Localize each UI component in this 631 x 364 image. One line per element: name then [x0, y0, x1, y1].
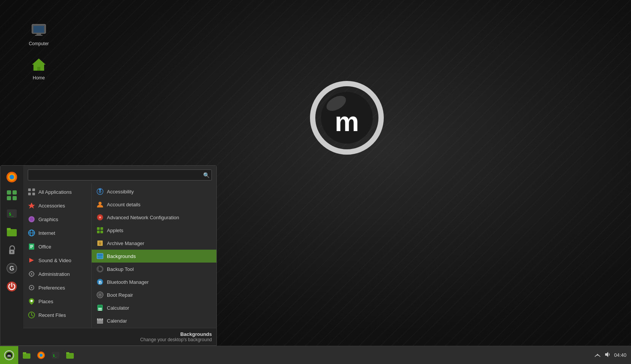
svg-marker-75 — [98, 267, 99, 269]
category-administration[interactable]: Administration — [23, 267, 91, 281]
network-icon[interactable] — [594, 351, 601, 359]
app-archive-manager[interactable]: Archive Manager — [92, 237, 216, 250]
taskbar-nemo-icon[interactable] — [63, 348, 77, 362]
svg-point-84 — [101, 308, 102, 309]
svg-marker-42 — [29, 258, 34, 263]
footer-title: Backgrounds — [28, 331, 212, 337]
app-applets-label: Applets — [107, 228, 123, 233]
svg-rect-97 — [23, 352, 26, 354]
app-backup-tool-label: Backup Tool — [107, 266, 134, 272]
desktop-icon-home[interactable]: Home — [24, 53, 54, 83]
category-office-label: Office — [38, 244, 51, 250]
menu-content: All Applications Accessories Grap — [23, 184, 216, 328]
category-accessories[interactable]: Accessories — [23, 199, 91, 212]
svg-point-50 — [31, 287, 32, 288]
svg-point-44 — [31, 273, 32, 275]
sidebar-g-icon[interactable]: G — [3, 260, 20, 277]
app-accessibility[interactable]: Accessibility — [92, 185, 216, 198]
taskbar-items: $_ — [18, 348, 590, 362]
app-backgrounds-label: Backgrounds — [107, 253, 136, 259]
taskbar-firefox-icon[interactable] — [34, 348, 48, 362]
menu-main: 🔍 All Application — [23, 166, 216, 345]
svg-point-82 — [99, 308, 100, 309]
sidebar-firefox-icon[interactable] — [3, 169, 20, 185]
app-calendar[interactable]: Calendar — [92, 314, 216, 327]
svg-text:$_: $_ — [9, 212, 14, 217]
category-sound-video-label: Sound & Video — [38, 258, 72, 263]
search-bar: 🔍 — [23, 166, 216, 184]
category-places-label: Places — [38, 299, 53, 304]
svg-point-59 — [99, 202, 102, 205]
volume-icon[interactable] — [604, 351, 611, 359]
svg-rect-5 — [37, 67, 40, 71]
taskbar-clock: 04:40 — [614, 352, 626, 358]
svg-rect-63 — [97, 227, 100, 230]
svg-text:m: m — [8, 354, 11, 358]
svg-rect-41 — [30, 247, 32, 248]
taskbar-right: 04:40 — [590, 351, 631, 359]
taskbar-mint-button[interactable]: m — [0, 346, 18, 364]
category-preferences[interactable]: Preferences — [23, 281, 91, 294]
svg-rect-71 — [97, 253, 103, 259]
svg-text:m: m — [335, 106, 359, 137]
category-graphics-label: Graphics — [38, 217, 58, 222]
svg-marker-32 — [28, 203, 35, 209]
menu-apps-list: Accessibility Account details — [92, 184, 216, 328]
svg-point-83 — [100, 308, 101, 309]
svg-rect-14 — [7, 190, 11, 195]
svg-rect-39 — [30, 245, 33, 246]
category-office[interactable]: Office — [23, 240, 91, 253]
svg-point-34 — [30, 217, 33, 221]
app-boot-repair[interactable]: Boot Repair — [92, 288, 216, 301]
desktop-icon-computer[interactable]: Computer — [24, 19, 54, 49]
category-all-label: All Applications — [38, 189, 72, 195]
category-places[interactable]: Places — [23, 294, 91, 308]
sidebar-lock-icon[interactable] — [3, 242, 20, 258]
taskbar-files-icon[interactable] — [20, 348, 33, 362]
category-internet-label: Internet — [38, 230, 55, 236]
category-sound-video[interactable]: Sound & Video — [23, 253, 91, 267]
home-icon-label: Home — [33, 75, 45, 81]
app-account-details-label: Account details — [107, 202, 140, 207]
svg-rect-2 — [37, 33, 41, 35]
mint-desktop-logo: m — [309, 76, 385, 161]
sidebar-files-icon[interactable] — [3, 223, 20, 240]
app-adv-network[interactable]: Advanced Network Configuration — [92, 211, 216, 224]
app-account-details[interactable]: Account details — [92, 198, 216, 211]
app-backup-tool[interactable]: Backup Tool — [92, 263, 216, 275]
taskbar-terminal-icon[interactable]: $_ — [49, 348, 62, 362]
svg-rect-31 — [32, 193, 35, 195]
category-graphics[interactable]: Graphics — [23, 212, 91, 226]
sidebar-terminal-icon[interactable]: $_ — [3, 205, 20, 222]
svg-rect-89 — [97, 318, 103, 320]
svg-rect-40 — [30, 246, 33, 247]
app-calendar-label: Calendar — [107, 318, 127, 324]
svg-text:B: B — [99, 279, 102, 285]
search-button[interactable]: 🔍 — [203, 172, 210, 178]
svg-rect-3 — [35, 35, 43, 36]
svg-rect-66 — [100, 231, 103, 233]
app-bluetooth-manager[interactable]: B Bluetooth Manager — [92, 275, 216, 288]
app-calculator[interactable]: Calculator — [92, 301, 216, 314]
search-input[interactable] — [28, 169, 212, 180]
sidebar-power-icon[interactable] — [3, 278, 20, 295]
app-accessibility-label: Accessibility — [107, 189, 134, 195]
category-preferences-label: Preferences — [38, 285, 65, 291]
svg-rect-105 — [66, 352, 69, 354]
app-applets[interactable]: Applets — [92, 224, 216, 237]
category-internet[interactable]: Internet — [23, 226, 91, 240]
svg-point-13 — [11, 176, 13, 178]
app-backgrounds[interactable]: Backgrounds — [92, 250, 216, 263]
menu-categories: All Applications Accessories Grap — [23, 184, 92, 328]
computer-icon — [30, 21, 48, 40]
app-archive-manager-label: Archive Manager — [107, 241, 144, 246]
svg-text:$_: $_ — [53, 354, 57, 358]
desktop: Computer Home m — [0, 0, 631, 364]
category-all-applications[interactable]: All Applications — [23, 185, 91, 199]
sidebar-apps-icon[interactable] — [3, 187, 20, 204]
svg-rect-81 — [98, 305, 102, 307]
svg-rect-17 — [13, 196, 17, 200]
category-recent-files[interactable]: Recent Files — [23, 308, 91, 322]
svg-rect-16 — [7, 196, 11, 200]
app-calculator-label: Calculator — [107, 305, 129, 311]
